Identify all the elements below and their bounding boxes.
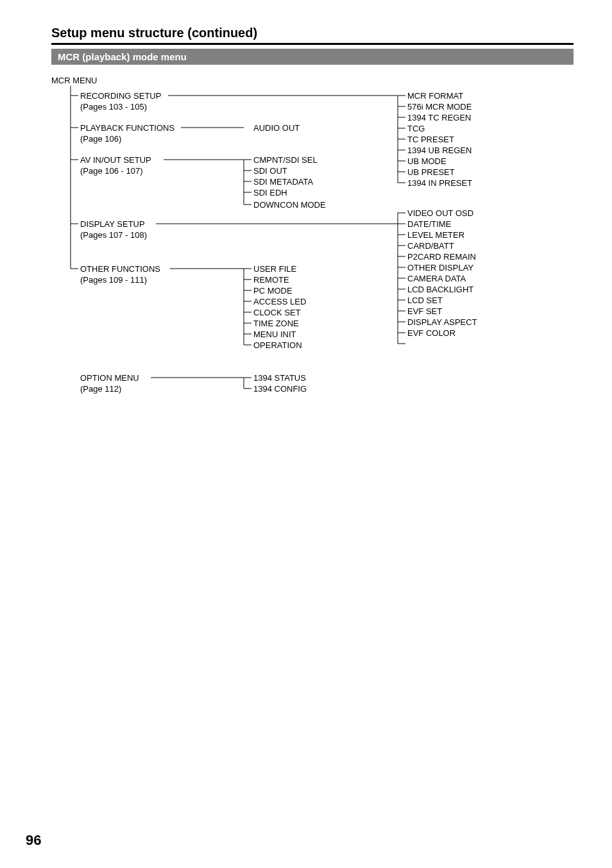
col2-sdi-edh: SDI EDH: [253, 188, 287, 197]
col3-camera-data: CAMERA DATA: [407, 274, 466, 283]
col3-lcd-backlight: LCD BACKLIGHT: [407, 285, 473, 294]
col2-downcon-mode: DOWNCON MODE: [253, 201, 326, 209]
col2-remote: REMOTE: [253, 276, 289, 284]
col3-mcr-format: MCR FORMAT: [407, 92, 463, 100]
col3-evf-set: EVF SET: [407, 307, 442, 315]
col1-other-functions: OTHER FUNCTIONS: [80, 265, 160, 273]
col2-pc-mode: PC MODE: [253, 287, 293, 295]
col1-option-menu: OPTION MENU: [80, 374, 139, 382]
col3-date-time: DATE/TIME: [407, 220, 451, 228]
col1-recording-setup: RECORDING SETUP: [80, 92, 161, 100]
col2-1394-status: 1394 STATUS: [253, 374, 306, 382]
col3-576i-mcr-mode: 576i MCR MODE: [407, 103, 472, 111]
col2-sdi-metadata: SDI METADATA: [253, 178, 313, 186]
col1-other-functions-pages: (Pages 109 - 111): [80, 276, 147, 284]
col1-option-menu-pages: (Page 112): [80, 385, 121, 393]
col3-p2card-remain: P2CARD REMAIN: [407, 253, 476, 261]
col3-ub-mode: UB MODE: [407, 157, 446, 165]
col1-playback-functions: PLAYBACK FUNCTIONS: [80, 124, 174, 132]
col3-video-out-osd: VIDEO OUT OSD: [407, 209, 473, 217]
divider-thick: [51, 43, 574, 45]
col1-recording-setup-pages: (Pages 103 - 105): [80, 103, 147, 111]
col3-other-display: OTHER DISPLAY: [407, 263, 473, 272]
col3-lcd-set: LCD SET: [407, 296, 443, 305]
col2-cmpnt-sdi-sel: CMPNT/SDI SEL: [253, 156, 318, 164]
col3-1394-tc-regen: 1394 TC REGEN: [407, 113, 471, 122]
col3-evf-color: EVF COLOR: [407, 329, 455, 337]
col3-1394-in-preset: 1394 IN PRESET: [407, 179, 472, 187]
col3-tcg: TCG: [407, 124, 425, 133]
col2-operation: OPERATION: [253, 341, 302, 349]
col2-sdi-out: SDI OUT: [253, 167, 287, 175]
col3-display-aspect: DISPLAY ASPECT: [407, 318, 477, 326]
col1-display-setup: DISPLAY SETUP: [80, 220, 145, 228]
mode-bar: MCR (playback) mode menu: [51, 49, 574, 65]
col2-audio-out: AUDIO OUT: [253, 124, 300, 132]
col3-1394-ub-regen: 1394 UB REGEN: [407, 146, 472, 154]
col3-level-meter: LEVEL METER: [407, 231, 464, 239]
col3-tc-preset: TC PRESET: [407, 135, 454, 144]
tree-root: MCR MENU: [51, 76, 98, 85]
col2-clock-set: CLOCK SET: [253, 308, 301, 317]
col1-av-inout-setup-pages: (Page 106 - 107): [80, 167, 143, 175]
col2-1394-config: 1394 CONFIG: [253, 385, 307, 393]
col3-card-batt: CARD/BATT: [407, 242, 454, 250]
col1-av-inout-setup: AV IN/OUT SETUP: [80, 156, 151, 164]
col2-access-led: ACCESS LED: [253, 297, 306, 306]
col3-ub-preset: UB PRESET: [407, 168, 455, 176]
col2-menu-init: MENU INIT: [253, 330, 296, 338]
col1-display-setup-pages: (Pages 107 - 108): [80, 231, 147, 239]
menu-tree: MCR MENU RECORDING SETUP (Pages 103 - 10…: [51, 76, 574, 410]
page-container: Setup menu structure (continued) MCR (pl…: [0, 0, 612, 422]
col1-playback-functions-pages: (Page 106): [80, 135, 121, 143]
col2-user-file: USER FILE: [253, 265, 296, 273]
col2-time-zone: TIME ZONE: [253, 319, 299, 328]
section-title: Setup menu structure (continued): [51, 26, 574, 40]
